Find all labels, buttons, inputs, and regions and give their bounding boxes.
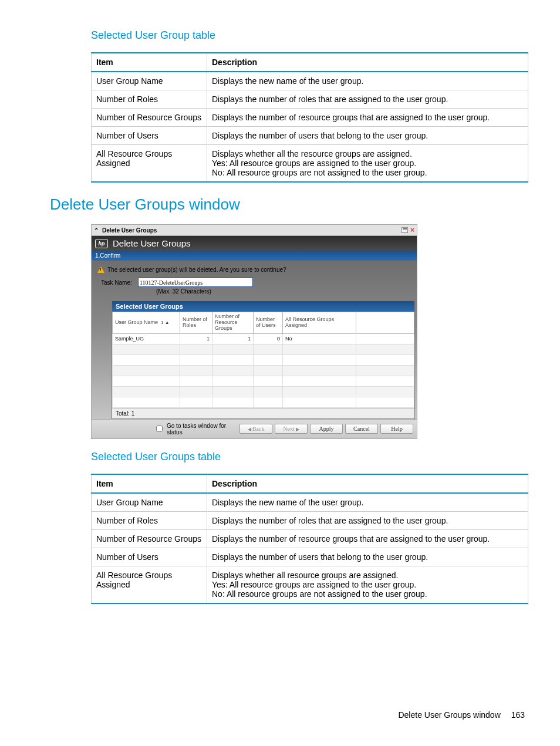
maximize-button[interactable]	[402, 227, 408, 233]
th-description: Description	[207, 53, 528, 72]
table-row[interactable]: Sample_UG110No	[113, 333, 414, 344]
table-cell-description: Displays the number of users that belong…	[207, 548, 528, 566]
window-title: Delete User Groups	[102, 227, 400, 234]
dialog-header: hp Delete User Groups	[91, 236, 417, 251]
table-row-empty	[113, 386, 414, 397]
dialog-title: Delete User Groups	[113, 238, 191, 248]
table-cell-item: User Group Name	[92, 493, 207, 512]
window-titlebar: ⌃ Delete User Groups ×	[91, 224, 417, 236]
table-cell-description: Displays the new name of the user group.	[207, 493, 528, 512]
selected-user-groups-grid: Selected User Groups User Group Name 1 ▲…	[112, 301, 415, 419]
table-row-empty	[113, 344, 414, 355]
grid-total: Total: 1	[112, 408, 414, 418]
go-to-tasks-label: Go to tasks window for status	[167, 423, 237, 436]
table-cell-description: Displays the new name of the user group.	[207, 72, 528, 90]
next-button[interactable]: Next	[275, 424, 308, 434]
col-user-group-name[interactable]: User Group Name 1 ▲	[113, 312, 180, 334]
table-cell-description: Displays whether all resource groups are…	[207, 566, 528, 603]
screenshot-delete-user-groups: ⌃ Delete User Groups × hp Delete User Gr…	[91, 224, 417, 439]
table-row-empty	[113, 355, 414, 365]
col-number-of-resource-groups[interactable]: Number of Resource Groups	[212, 312, 254, 334]
cell-users: 0	[254, 333, 283, 344]
dialog-footer: Go to tasks window for status Back Next …	[91, 420, 417, 439]
task-name-input[interactable]	[138, 278, 253, 287]
task-name-label: Task Name:	[101, 279, 132, 286]
table-cell-description: Displays the number of resource groups t…	[207, 529, 528, 548]
close-button[interactable]: ×	[410, 227, 414, 233]
col-all-resource-groups-assigned[interactable]: All Resource Groups Assigned	[283, 312, 356, 334]
grid-title: Selected User Groups	[112, 301, 414, 312]
table-cell-item: Number of Resource Groups	[92, 529, 207, 548]
col-blank	[356, 312, 414, 334]
back-button[interactable]: Back	[239, 424, 272, 434]
table-cell-item: Number of Users	[92, 127, 207, 145]
table-cell-description: Displays the number of resource groups t…	[207, 109, 528, 127]
th-item: Item	[92, 474, 207, 493]
warning-row: The selected user group(s) will be delet…	[97, 266, 411, 273]
page-number: 163	[511, 710, 525, 720]
cell-name: Sample_UG	[113, 333, 180, 344]
go-to-tasks-checkbox[interactable]	[156, 426, 163, 432]
table-cell-item: Number of Roles	[92, 90, 207, 109]
cell-roles: 1	[180, 333, 212, 344]
footer-text: Delete User Groups window	[398, 710, 500, 720]
table-row-empty	[113, 376, 414, 386]
hp-logo-icon: hp	[95, 239, 108, 248]
cancel-button[interactable]: Cancel	[345, 424, 378, 434]
table-cell-item: User Group Name	[92, 72, 207, 90]
table-cell-description: Displays the number of users that belong…	[207, 127, 528, 145]
page-footer: Delete User Groups window 163	[398, 710, 525, 720]
cell-blank	[356, 333, 414, 344]
heading-selected-user-groups-table: Selected User Groups table	[91, 451, 525, 463]
col-number-of-users[interactable]: Number of Users	[254, 312, 283, 334]
heading-delete-user-groups-window: Delete User Groups window	[50, 195, 525, 214]
go-to-tasks-checkbox-wrap[interactable]: Go to tasks window for status	[154, 423, 237, 436]
th-description: Description	[207, 474, 528, 493]
table-cell-description: Displays the number of roles that are as…	[207, 511, 528, 529]
cell-rg: 1	[212, 333, 254, 344]
table-cell-description: Displays the number of roles that are as…	[207, 90, 528, 109]
cell-assigned: No	[283, 333, 356, 344]
heading-selected-user-group-table: Selected User Group table	[91, 29, 525, 42]
table-cell-item: Number of Users	[92, 548, 207, 566]
table-cell-description: Displays whether all the resource groups…	[207, 145, 528, 183]
sort-indicator: 1 ▲	[161, 320, 170, 325]
table-row-empty	[113, 365, 414, 376]
collapse-icon[interactable]: ⌃	[94, 227, 99, 234]
help-button[interactable]: Help	[380, 424, 413, 434]
table-cell-item: All Resource Groups Assigned	[92, 566, 207, 603]
table-selected-user-groups: Item Description User Group NameDisplays…	[91, 474, 528, 604]
task-name-hint: (Max. 32 Characters)	[156, 288, 411, 295]
wizard-step-bar: 1.Confirm	[91, 251, 417, 261]
table-cell-item: All Resource Groups Assigned	[92, 145, 207, 183]
th-item: Item	[92, 53, 207, 72]
table-selected-user-group: Item Description User Group NameDisplays…	[91, 52, 528, 183]
col-number-of-roles[interactable]: Number of Roles	[180, 312, 212, 334]
warning-text: The selected user group(s) will be delet…	[107, 266, 286, 273]
table-row-empty	[113, 397, 414, 407]
warning-icon	[97, 266, 104, 273]
apply-button[interactable]: Apply	[310, 424, 343, 434]
table-cell-item: Number of Resource Groups	[92, 109, 207, 127]
table-cell-item: Number of Roles	[92, 511, 207, 529]
